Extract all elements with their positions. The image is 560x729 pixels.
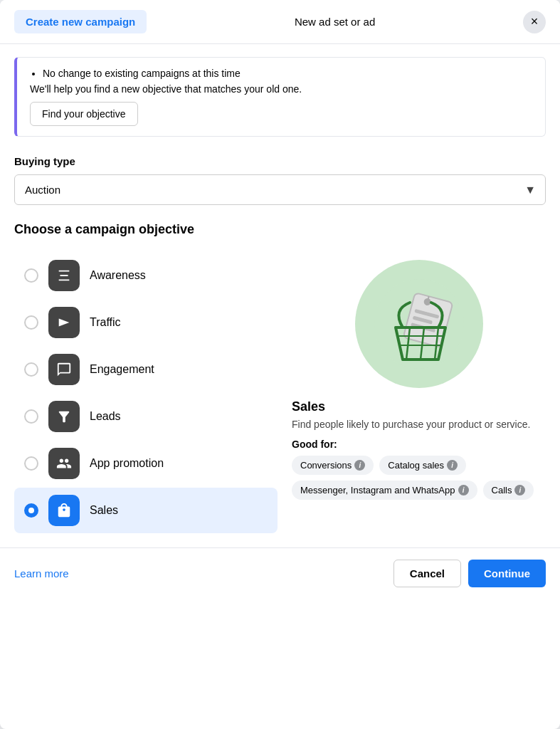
radio-traffic[interactable] — [24, 315, 38, 330]
buying-type-select-wrapper: Auction Reach and Frequency ▼ — [14, 174, 546, 205]
tags-container: Conversions i Catalog sales i Messenger,… — [292, 456, 546, 500]
objective-detail-panel: Sales Find people likely to purchase you… — [278, 253, 546, 533]
info-icon-catalog-sales[interactable]: i — [447, 460, 458, 471]
objective-app-promotion[interactable]: App promotion — [14, 441, 278, 486]
notice-text: We'll help you find a new objective that… — [30, 83, 532, 95]
info-icon-messenger[interactable]: i — [458, 485, 469, 495]
engagement-label: Engagement — [90, 363, 154, 376]
tag-messenger-label: Messenger, Instagram and WhatsApp — [300, 485, 455, 495]
info-icon-calls[interactable]: i — [514, 485, 525, 495]
choose-objective-section: Choose a campaign objective — [0, 211, 560, 253]
modal-footer: Learn more Cancel Continue — [0, 547, 560, 599]
tag-catalog-sales: Catalog sales i — [379, 456, 466, 475]
sales-icon — [48, 495, 80, 526]
modal: Create new campaign New ad set or ad × N… — [0, 0, 560, 729]
find-objective-button[interactable]: Find your objective — [30, 102, 138, 126]
sales-illustration — [355, 260, 483, 388]
buying-type-label: Buying type — [14, 155, 546, 167]
modal-header: Create new campaign New ad set or ad × — [0, 0, 560, 44]
app-promotion-icon — [48, 448, 80, 479]
radio-app-promotion[interactable] — [24, 456, 38, 471]
objective-engagement[interactable]: Engagement — [14, 347, 278, 392]
objectives-layout: Awareness Traffic — [0, 253, 560, 547]
tag-conversions-label: Conversions — [300, 460, 352, 471]
notice-box: No change to existing campaigns at this … — [14, 57, 546, 137]
detail-title: Sales — [292, 399, 546, 414]
leads-icon — [48, 401, 80, 432]
awareness-icon — [48, 260, 80, 291]
awareness-label: Awareness — [90, 269, 146, 282]
tag-calls: Calls i — [483, 481, 534, 500]
leads-label: Leads — [90, 410, 121, 423]
detail-description: Find people likely to purchase your prod… — [292, 419, 546, 430]
radio-awareness[interactable] — [24, 268, 38, 283]
objective-awareness[interactable]: Awareness — [14, 253, 278, 298]
app-promotion-label: App promotion — [90, 457, 164, 470]
continue-button[interactable]: Continue — [468, 560, 546, 587]
radio-leads[interactable] — [24, 409, 38, 424]
cancel-button[interactable]: Cancel — [393, 560, 461, 587]
choose-objective-label: Choose a campaign objective — [14, 222, 546, 237]
objectives-list: Awareness Traffic — [14, 253, 278, 533]
tag-messenger: Messenger, Instagram and WhatsApp i — [292, 481, 477, 500]
create-campaign-tab[interactable]: Create new campaign — [14, 10, 147, 33]
tag-calls-label: Calls — [492, 485, 512, 495]
buying-type-select[interactable]: Auction Reach and Frequency — [14, 174, 546, 205]
modal-subtitle: New ad set or ad — [147, 16, 523, 28]
footer-actions: Cancel Continue — [393, 560, 546, 587]
traffic-label: Traffic — [90, 316, 121, 329]
close-button[interactable]: × — [523, 11, 546, 33]
radio-sales[interactable] — [24, 503, 38, 518]
objective-leads[interactable]: Leads — [14, 394, 278, 439]
traffic-icon — [48, 307, 80, 338]
radio-engagement[interactable] — [24, 362, 38, 377]
learn-more-button[interactable]: Learn more — [14, 567, 69, 579]
objective-sales[interactable]: Sales — [14, 488, 278, 533]
info-icon-conversions[interactable]: i — [354, 460, 365, 471]
engagement-icon — [48, 354, 80, 385]
good-for-label: Good for: — [292, 439, 546, 450]
tag-conversions: Conversions i — [292, 456, 374, 475]
notice-bullet: No change to existing campaigns at this … — [43, 68, 532, 79]
buying-type-section: Buying type Auction Reach and Frequency … — [0, 144, 560, 211]
objective-traffic[interactable]: Traffic — [14, 300, 278, 345]
tag-catalog-sales-label: Catalog sales — [388, 460, 444, 471]
sales-label: Sales — [90, 504, 118, 517]
